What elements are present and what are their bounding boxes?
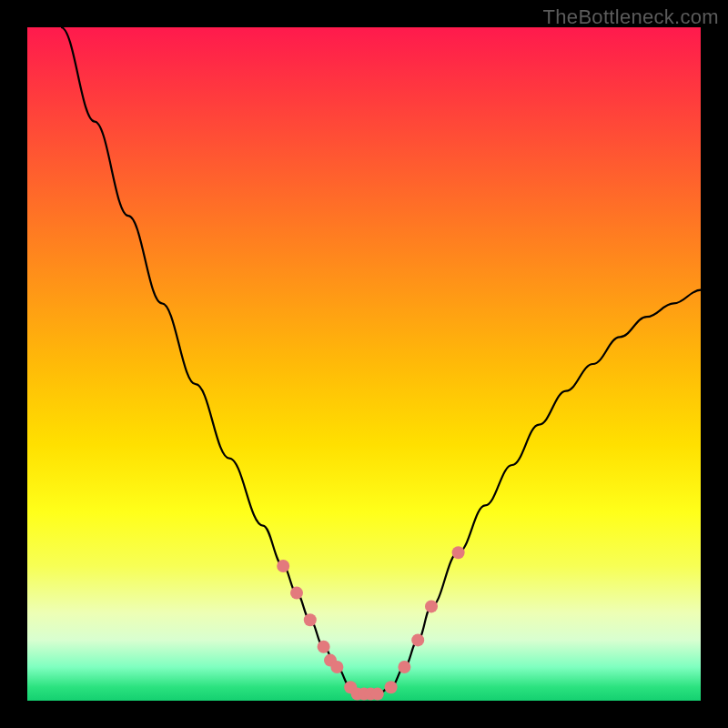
marker-point [304,613,317,626]
marker-point [411,633,424,646]
marker-point [290,587,303,600]
highlight-markers [277,546,464,700]
chart-frame: TheBottleneck.com [0,0,728,728]
marker-point [318,641,330,653]
marker-point [385,681,398,693]
marker-point [277,560,289,572]
marker-point [425,600,438,612]
plot-area [27,27,701,701]
marker-point [398,661,410,673]
bottleneck-curve [61,27,701,694]
watermark-text: TheBottleneck.com [543,5,719,29]
marker-point [452,546,465,559]
marker-point [330,661,343,673]
marker-point [371,688,384,701]
chart-svg [27,27,701,701]
